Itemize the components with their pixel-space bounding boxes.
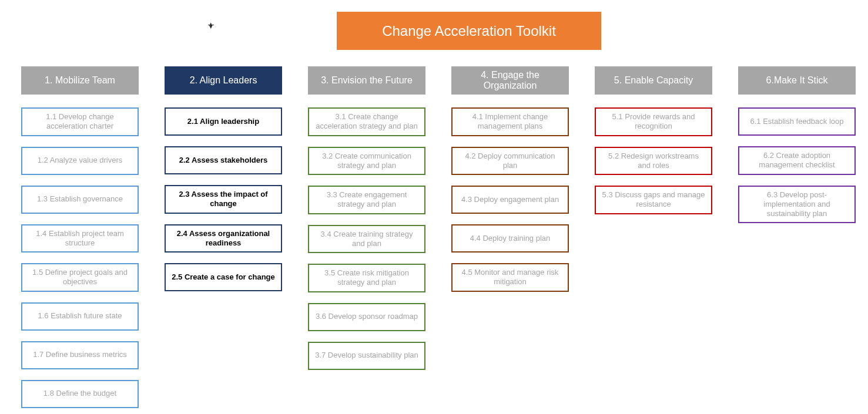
toolkit-item[interactable]: 3.5 Create risk mitigation strategy and … xyxy=(308,264,425,292)
toolkit-item[interactable]: 5.3 Discuss gaps and manage resistance xyxy=(595,186,712,214)
toolkit-item[interactable]: 4.3 Deploy engagement plan xyxy=(451,186,569,214)
toolkit-item[interactable]: 1.6 Establish future state xyxy=(21,302,139,331)
column-3: 3. Envision the Future3.1 Create change … xyxy=(295,66,438,414)
toolkit-item[interactable]: 1.2 Analyze value drivers xyxy=(21,147,139,175)
toolkit-item[interactable]: 2.5 Create a case for change xyxy=(165,263,282,291)
title-banner: Change Acceleration Toolkit xyxy=(337,12,601,50)
toolkit-item[interactable]: 1.3 Establish governance xyxy=(21,186,139,214)
toolkit-item[interactable]: 4.4 Deploy training plan xyxy=(451,224,569,253)
column-header[interactable]: 1. Mobilize Team xyxy=(21,66,139,95)
column-2: 2. Align Leaders2.1 Align leadership2.2 … xyxy=(152,66,295,414)
toolkit-item[interactable]: 1.1 Develop change acceleration charter xyxy=(21,107,139,136)
toolkit-item[interactable]: 6.1 Establish feedback loop xyxy=(738,107,856,136)
column-header[interactable]: 5. Enable Capacity xyxy=(595,66,712,95)
toolkit-item[interactable]: 2.2 Assess stakeholders xyxy=(165,146,282,174)
toolkit-item[interactable]: 1.5 Define project goals and objectives xyxy=(21,263,139,292)
toolkit-item[interactable]: 5.2 Redesign workstreams and roles xyxy=(595,147,712,176)
toolkit-item[interactable]: 3.1 Create change acceleration strategy … xyxy=(308,107,425,136)
toolkit-item[interactable]: 3.4 Create training strategy and plan xyxy=(308,225,425,254)
toolkit-item[interactable]: 1.8 Define the budget xyxy=(21,380,139,408)
toolkit-item[interactable]: 3.2 Create communication strategy and pl… xyxy=(308,147,425,176)
row-resize-icon[interactable]: ▴ ▾ xyxy=(207,21,215,28)
column-header[interactable]: 2. Align Leaders xyxy=(165,66,282,95)
toolkit-item[interactable]: 2.3 Assess the impact of change xyxy=(165,185,282,214)
toolkit-item[interactable]: 5.1 Provide rewards and recognition xyxy=(595,107,712,136)
title-text: Change Acceleration Toolkit xyxy=(382,23,556,39)
toolkit-item[interactable]: 1.7 Define business metrics xyxy=(21,341,139,369)
toolkit-item[interactable]: 1.4 Establish project team structure xyxy=(21,224,139,253)
toolkit-item[interactable]: 2.1 Align leadership xyxy=(165,107,282,136)
column-5: 5. Enable Capacity5.1 Provide rewards an… xyxy=(582,66,725,414)
toolkit-item[interactable]: 4.1 Implement change management plans xyxy=(451,107,569,136)
column-header[interactable]: 4. Engage the Organization xyxy=(451,66,569,95)
toolkit-item[interactable]: 3.7 Develop sustainability plan xyxy=(308,342,425,370)
column-header[interactable]: 6.Make It Stick xyxy=(738,66,856,95)
toolkit-item[interactable]: 4.2 Deploy communication plan xyxy=(451,147,569,176)
toolkit-item[interactable]: 4.5 Monitor and manage risk mitigation xyxy=(451,263,569,292)
toolkit-item[interactable]: 3.3 Create engagement strategy and plan xyxy=(308,186,425,214)
column-1: 1. Mobilize Team1.1 Develop change accel… xyxy=(8,66,152,414)
toolkit-item[interactable]: 3.6 Develop sponsor roadmap xyxy=(308,303,425,331)
column-4: 4. Engage the Organization4.1 Implement … xyxy=(438,66,582,414)
column-header[interactable]: 3. Envision the Future xyxy=(308,66,425,95)
columns-container: 1. Mobilize Team1.1 Develop change accel… xyxy=(8,66,868,414)
toolkit-item[interactable]: 6.2 Create adoption management checklist xyxy=(738,146,856,175)
column-6: 6.Make It Stick6.1 Establish feedback lo… xyxy=(725,66,868,414)
toolkit-item[interactable]: 6.3 Develop post-implementation and sust… xyxy=(738,186,856,224)
toolkit-item[interactable]: 2.4 Assess organizational readiness xyxy=(165,224,282,253)
